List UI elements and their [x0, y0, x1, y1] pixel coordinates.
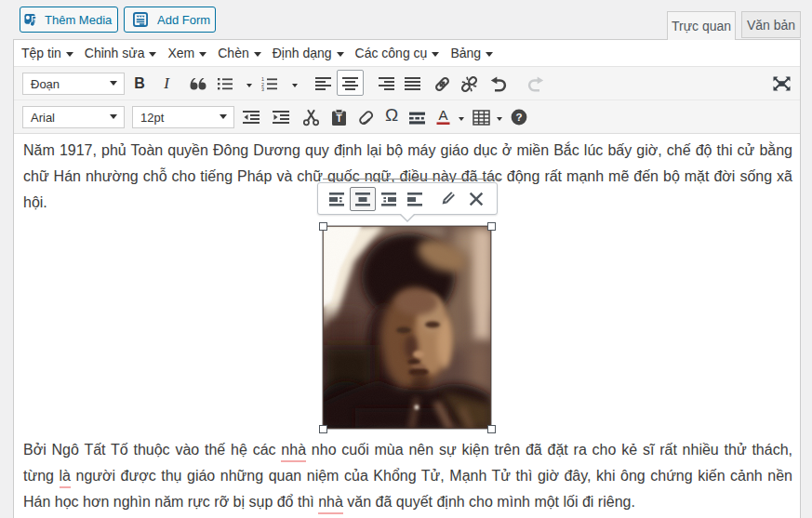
svg-text:T: T	[336, 113, 341, 124]
svg-text:3: 3	[261, 86, 264, 91]
svg-text:A: A	[438, 108, 447, 123]
svg-text:?: ?	[515, 112, 522, 123]
